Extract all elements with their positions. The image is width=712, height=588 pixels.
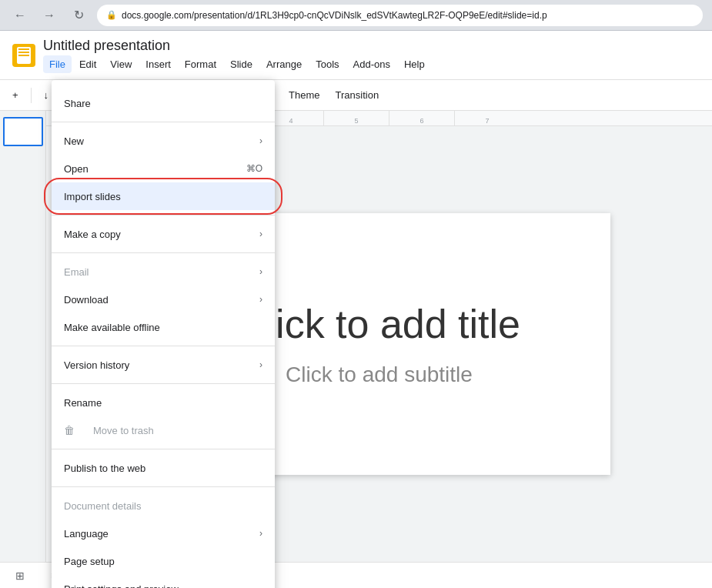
download-label: Download [64,294,109,306]
browser-chrome: ← → ↻ 🔒 docs.google.com/presentation/d/1… [0,0,712,31]
language-arrow: › [259,528,262,539]
add-slide-button[interactable]: + [6,86,25,104]
menu-item-print-settings[interactable]: Print settings and preview [52,575,275,588]
menu-arrange[interactable]: Arrange [260,55,308,73]
menu-item-open[interactable]: Open ⌘O [52,155,275,182]
ruler-tick-7: 7 [454,111,520,126]
menu-section-new: New › Open ⌘O Import slides [52,122,275,215]
page-setup-label: Page setup [64,556,115,567]
import-slides-label: Import slides [64,191,121,202]
menu-help[interactable]: Help [398,55,431,73]
open-label: Open [64,163,89,175]
slide-subtitle-placeholder[interactable]: Click to add subtitle [286,362,473,387]
menu-slide[interactable]: Slide [224,55,259,73]
menu-section-version: Version history › [52,346,275,384]
menu-section-copy: Make a copy › [52,215,275,253]
menu-format[interactable]: Format [179,55,222,73]
rename-label: Rename [64,397,102,409]
menu-item-new[interactable]: New › [52,127,275,155]
address-bar[interactable]: 🔒 docs.google.com/presentation/d/1RL3H9c… [97,5,703,26]
email-label: Email [64,266,89,278]
menu-item-move-to-trash[interactable]: 🗑 Move to trash [52,416,275,444]
app-header: Untitled presentation File Edit View Ins… [0,31,712,80]
menu-file[interactable]: File [43,55,72,73]
lock-icon: 🔒 [106,10,117,20]
open-shortcut: ⌘O [246,163,262,174]
slides-panel: 1 [0,111,46,562]
menu-item-available-offline[interactable]: Make available offline [52,313,275,341]
menu-item-language[interactable]: Language › [52,520,275,547]
menu-item-share[interactable]: Share [52,89,275,117]
version-history-label: Version history [64,359,129,371]
file-dropdown-menu: Share New › Open ⌘O Import slides Make a… [52,80,275,588]
menu-item-rename[interactable]: Rename [52,389,275,416]
ruler-tick-6: 6 [389,111,454,126]
new-label: New [64,135,84,147]
menu-view[interactable]: View [104,55,138,73]
back-button[interactable]: ← [9,5,31,26]
download-arrow: › [259,294,262,305]
new-arrow: › [259,135,262,146]
menu-addons[interactable]: Add-ons [347,55,396,73]
publish-label: Publish to the web [64,463,145,474]
menu-section-share: Share [52,85,275,122]
menu-item-import-slides[interactable]: Import slides [52,182,275,210]
menu-section-download: Email › Download › Make available offlin… [52,253,275,346]
menu-insert[interactable]: Insert [139,55,177,73]
menu-item-version-history[interactable]: Version history › [52,351,275,379]
menu-item-doc-details: Document details [52,492,275,520]
slide-thumbnail-1[interactable]: 1 [3,117,43,146]
language-label: Language [64,528,109,540]
url-text: docs.google.com/presentation/d/1RL3H9cp0… [122,10,547,21]
toolbar-divider-1 [31,88,32,103]
share-label: Share [64,98,91,109]
slide-title-placeholder[interactable]: Click to add title [238,301,520,347]
menu-tools[interactable]: Tools [309,55,345,73]
email-arrow: › [259,266,262,277]
forward-button[interactable]: → [38,5,60,26]
menu-item-page-setup[interactable]: Page setup [52,547,275,575]
move-to-trash-label: Move to trash [93,425,154,436]
available-offline-label: Make available offline [64,322,160,333]
trash-icon: 🗑 [64,424,78,436]
menu-item-email: Email › [52,258,275,286]
make-copy-label: Make a copy [64,229,121,240]
menu-section-publish: Publish to the web [52,449,275,487]
menu-bar: File Edit View Insert Format Slide Arran… [43,55,700,73]
app-title: Untitled presentation [43,38,700,54]
reload-button[interactable]: ↻ [68,5,89,26]
version-history-arrow: › [259,359,262,370]
grid-view-button[interactable]: ⊞ [9,565,31,586]
menu-item-download[interactable]: Download › [52,286,275,313]
print-settings-label: Print settings and preview [64,583,179,589]
app-title-area: Untitled presentation File Edit View Ins… [43,38,700,73]
ruler-tick-5: 5 [323,111,389,126]
menu-item-publish[interactable]: Publish to the web [52,454,275,482]
make-copy-arrow: › [259,229,262,239]
transition-button[interactable]: Transition [329,86,386,104]
app-logo [12,44,35,67]
menu-section-settings: Document details Language › Page setup P… [52,487,275,588]
menu-edit[interactable]: Edit [73,55,102,73]
doc-details-label: Document details [64,500,141,512]
theme-button[interactable]: Theme [282,86,326,104]
menu-item-make-copy[interactable]: Make a copy › [52,220,275,248]
menu-section-rename: Rename 🗑 Move to trash [52,384,275,449]
